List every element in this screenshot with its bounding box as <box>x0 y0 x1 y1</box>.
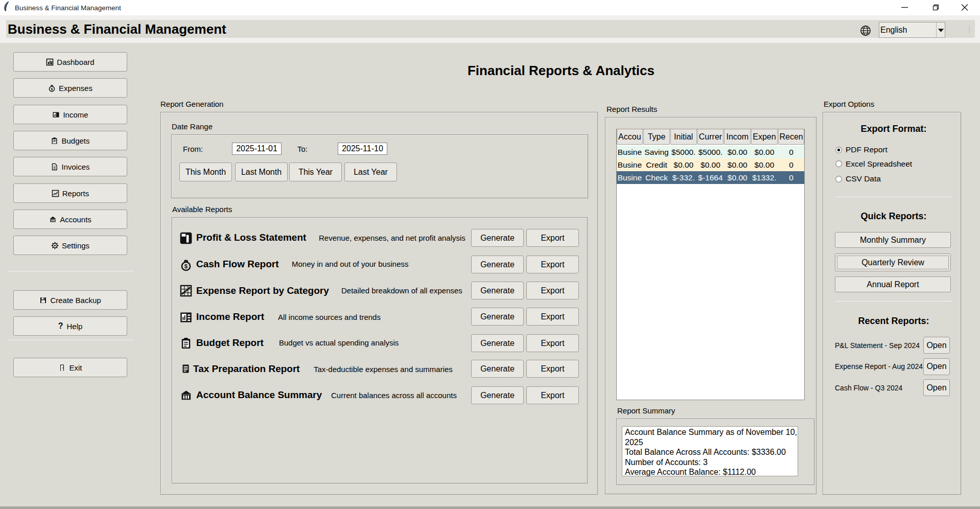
svg-text:$: $ <box>51 87 53 91</box>
svg-text:$: $ <box>184 263 188 269</box>
